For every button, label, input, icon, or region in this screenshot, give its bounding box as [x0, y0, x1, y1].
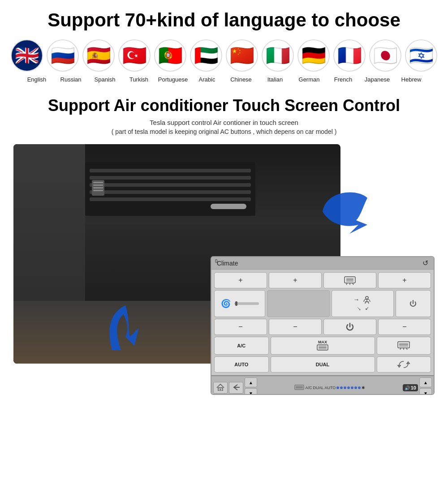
- svg-line-11: [368, 302, 369, 304]
- dual-label: DUAL: [313, 386, 323, 390]
- fan-speed-control[interactable]: 🌀 0: [214, 290, 265, 317]
- climate-row-5: AUTO DUAL: [214, 356, 431, 373]
- flag-japanese: 🇯🇵: [369, 39, 401, 72]
- lang-french: French: [326, 76, 360, 83]
- flag-arabic: 🇦🇪: [190, 39, 222, 72]
- recirculate-btn[interactable]: [377, 356, 431, 373]
- lang-portuguese: Portuguese: [156, 76, 190, 83]
- temp-minus-right[interactable]: −: [378, 319, 431, 335]
- lang-spanish: Spanish: [88, 76, 122, 83]
- ac-title: Support Air conditioner Touch Screen Con…: [13, 96, 435, 115]
- language-title: Support 70+kind of language to choose: [13, 9, 435, 31]
- ac-label: A/C: [305, 386, 312, 390]
- power-btn[interactable]: [396, 290, 431, 317]
- lang-arabic: Arabic: [190, 76, 224, 83]
- back-button[interactable]: [229, 382, 243, 394]
- nav-right-up[interactable]: ▲: [419, 377, 432, 387]
- svg-rect-21: [220, 389, 221, 391]
- nav-down[interactable]: ▼: [245, 388, 257, 395]
- lang-hebrew: Hebrew: [394, 76, 428, 83]
- climate-body: + + +: [211, 270, 434, 375]
- flag-french: 🇫🇷: [333, 39, 366, 72]
- nav-up[interactable]: ▲: [245, 377, 257, 387]
- blue-arrow-up: [103, 296, 148, 350]
- temp-plus-left[interactable]: +: [214, 272, 267, 288]
- climate-row-1: + + +: [214, 272, 431, 288]
- ac-button[interactable]: A/C: [214, 337, 269, 355]
- climate-title: Climate: [217, 260, 238, 267]
- fan-minus[interactable]: −: [269, 319, 322, 335]
- climate-row-2: 🌀 0 →: [214, 290, 431, 317]
- dual-button[interactable]: DUAL: [271, 356, 375, 373]
- power-toggle[interactable]: [323, 319, 376, 335]
- svg-line-10: [365, 302, 366, 304]
- lang-english: English: [20, 76, 54, 83]
- flag-chinese: 🇨🇳: [226, 39, 258, 72]
- temp-plus-right[interactable]: +: [378, 272, 431, 288]
- flag-german: 🇩🇪: [297, 39, 330, 72]
- lang-japanese: Japanese: [360, 76, 394, 83]
- lang-turkish: Turkish: [122, 76, 156, 83]
- ac-subtitle2: ( part of tesla model is keeping origina…: [13, 128, 435, 135]
- flag-turkish: 🇹🇷: [118, 39, 151, 72]
- nav-arrows-right: ▲ ▼: [419, 377, 432, 395]
- home-button[interactable]: [213, 382, 228, 394]
- lang-german: German: [292, 76, 326, 83]
- lang-chinese: Chinese: [224, 76, 258, 83]
- flag-hebrew: 🇮🇱: [405, 39, 437, 72]
- temp-minus-left[interactable]: −: [214, 319, 267, 335]
- auto-button[interactable]: AUTO: [214, 356, 269, 373]
- page-wrapper: Support 70+kind of language to choose 🇬🇧…: [0, 0, 448, 408]
- dots-indicator: [336, 386, 361, 389]
- climate-panel: Climate ↺ + +: [211, 256, 435, 395]
- temp-display: [267, 290, 330, 317]
- flag-spanish: 🇪🇸: [82, 39, 115, 72]
- ac-subtitle: Tesla support control Air contioner in t…: [13, 119, 435, 126]
- ac-vent: [85, 162, 255, 216]
- airflow-controls[interactable]: → → ↙: [332, 290, 393, 317]
- defrost-rear-btn[interactable]: [323, 272, 376, 288]
- lang-russian: Russian: [54, 76, 88, 83]
- climate-row-3: − − −: [214, 319, 431, 335]
- climate-row-4: A/C MAX: [214, 337, 431, 355]
- climate-back-icon[interactable]: ↺: [422, 259, 428, 267]
- lang-italian: Italian: [258, 76, 292, 83]
- nav-right-down[interactable]: ▼: [419, 388, 432, 395]
- max-defrost-btn[interactable]: MAX: [271, 337, 375, 355]
- flag-english: 🇬🇧: [11, 39, 43, 72]
- flag-russian: 🇷🇺: [47, 39, 79, 72]
- languages-row: English Russian Spanish Turkish Portugue…: [13, 76, 435, 83]
- climate-header: Climate ↺: [211, 257, 434, 270]
- flag-portuguese: 🇵🇹: [154, 39, 186, 72]
- nav-arrows-left: ▲ ▼: [245, 377, 257, 395]
- auto-label: AUTO: [324, 386, 336, 390]
- flag-italian: 🇮🇹: [262, 39, 294, 72]
- rear-defroster-btn[interactable]: [377, 337, 431, 355]
- flags-row: 🇬🇧 🇷🇺 🇪🇸 🇹🇷 🇵🇹 🇦🇪 🇨🇳 🇮🇹: [13, 39, 435, 72]
- ac-image-area: Climate ↺ + +: [13, 144, 435, 395]
- svg-point-7: [366, 296, 368, 299]
- vent-button: [92, 180, 104, 196]
- blue-arrow-right: [318, 184, 372, 238]
- bottom-controls: ▲ ▼ A/C DUAL AUTO: [211, 375, 434, 395]
- fan-plus[interactable]: +: [269, 272, 322, 288]
